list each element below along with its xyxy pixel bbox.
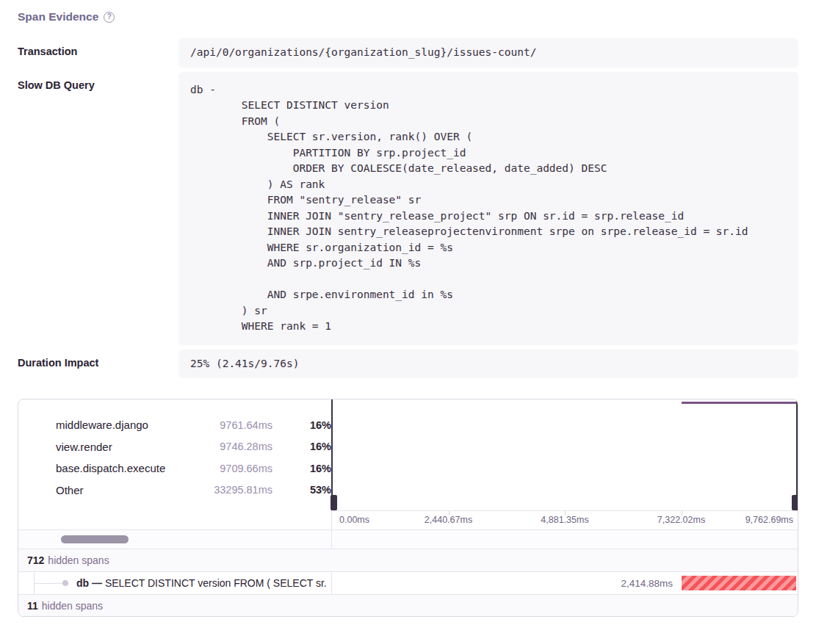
db-span-row[interactable]: db — SELECT DISTINCT version FROM ( SELE… <box>18 571 798 594</box>
legend-duration: 9709.66ms <box>198 463 293 474</box>
help-icon[interactable]: ? <box>104 12 115 23</box>
tree-scrollbar-row <box>18 529 798 549</box>
transaction-label: Transaction <box>18 38 178 68</box>
axis-label: 2,440.67ms <box>425 515 472 525</box>
span-op-separator: — <box>92 577 102 589</box>
db-span-description: db — SELECT DISTINCT version FROM ( SELE… <box>76 572 327 594</box>
legend-percent: 16% <box>293 419 331 431</box>
minimap-window-left-line <box>331 399 333 510</box>
section-title: Span Evidence <box>18 10 98 23</box>
axis-spacer <box>18 510 331 529</box>
minimap-span-line <box>682 402 797 404</box>
axis-label: 7,322.02ms <box>657 515 705 525</box>
legend-name: base.dispatch.execute <box>56 462 198 474</box>
legend-item-other[interactable]: Other 33295.81ms 53% <box>38 480 331 502</box>
span-op: db <box>76 577 89 589</box>
legend-item-view-render[interactable]: view.render 9746.28ms 16% <box>38 436 331 458</box>
time-axis: 0.00ms 2,440.67ms 4,881.35ms 7,322.02ms … <box>331 510 798 529</box>
legend-percent: 16% <box>293 463 331 474</box>
transaction-value: /api/0/organizations/{organization_slug}… <box>178 38 798 68</box>
slow-db-query-label: Slow DB Query <box>18 72 178 345</box>
hidden-spans-count: 712 <box>27 554 44 566</box>
legend-percent: 53% <box>293 484 331 496</box>
tree-scrollbar-thumb[interactable] <box>61 535 129 543</box>
minimap-left-drag-handle[interactable] <box>331 495 337 510</box>
tree-connector-horizontal <box>34 583 65 584</box>
tree-node-dot-icon <box>62 580 68 586</box>
db-span-tree-cell[interactable]: db — SELECT DISTINCT version FROM ( SELE… <box>18 572 331 594</box>
legend-item-middleware-django[interactable]: middleware.django 9761.64ms 16% <box>38 414 331 436</box>
span-legend: middleware.django 9761.64ms 16% view.ren… <box>18 399 331 510</box>
legend-name: Other <box>56 484 198 496</box>
db-span-duration-bar[interactable] <box>682 576 796 590</box>
hidden-spans-label: hidden spans <box>42 600 103 612</box>
hidden-spans-label: hidden spans <box>48 554 109 566</box>
section-heading: Span Evidence ? <box>18 10 798 23</box>
db-span-bar-cell[interactable]: 2,414.88ms <box>331 572 798 594</box>
span-chart-header: middleware.django 9761.64ms 16% view.ren… <box>18 399 798 510</box>
duration-impact-label: Duration Impact <box>18 350 178 379</box>
time-axis-row: 0.00ms 2,440.67ms 4,881.35ms 7,322.02ms … <box>18 510 798 529</box>
legend-item-base-dispatch-execute[interactable]: base.dispatch.execute 9709.66ms 16% <box>38 457 331 480</box>
hidden-spans-row-above[interactable]: 712 hidden spans <box>18 549 798 571</box>
scrollbar-row-spacer <box>331 530 798 549</box>
duration-impact-row: Duration Impact 25% (2.41s/9.76s) <box>18 350 798 379</box>
slow-db-query-value: db - SELECT DISTINCT version FROM ( SELE… <box>178 72 798 345</box>
span-minimap[interactable] <box>331 399 798 510</box>
transaction-row: Transaction /api/0/organizations/{organi… <box>18 38 798 68</box>
span-tree-panel: middleware.django 9761.64ms 16% view.ren… <box>18 399 798 617</box>
legend-name: middleware.django <box>56 419 198 431</box>
axis-label: 4,881.35ms <box>541 515 588 525</box>
span-query-text: SELECT DISTINCT version FROM ( SELECT sr… <box>105 577 327 589</box>
axis-label: 9,762.69ms <box>745 515 793 525</box>
axis-label: 0.00ms <box>339 515 369 525</box>
legend-percent: 16% <box>293 441 331 452</box>
db-span-duration: 2,414.88ms <box>621 578 673 589</box>
minimap-right-drag-handle[interactable] <box>792 495 798 510</box>
minimap-window-right-line <box>796 399 798 510</box>
hidden-spans-count: 11 <box>27 600 38 612</box>
legend-name: view.render <box>56 441 198 453</box>
hidden-spans-row-below[interactable]: 11 hidden spans <box>18 594 798 616</box>
tree-scrollbar-track[interactable] <box>18 530 331 549</box>
slow-db-query-row: Slow DB Query db - SELECT DISTINCT versi… <box>18 72 798 345</box>
span-evidence-section: Span Evidence ? Transaction /api/0/organ… <box>0 0 816 617</box>
legend-duration: 9746.28ms <box>198 441 293 452</box>
duration-impact-value: 25% (2.41s/9.76s) <box>178 350 798 379</box>
legend-duration: 9761.64ms <box>198 419 293 431</box>
legend-duration: 33295.81ms <box>198 484 293 496</box>
